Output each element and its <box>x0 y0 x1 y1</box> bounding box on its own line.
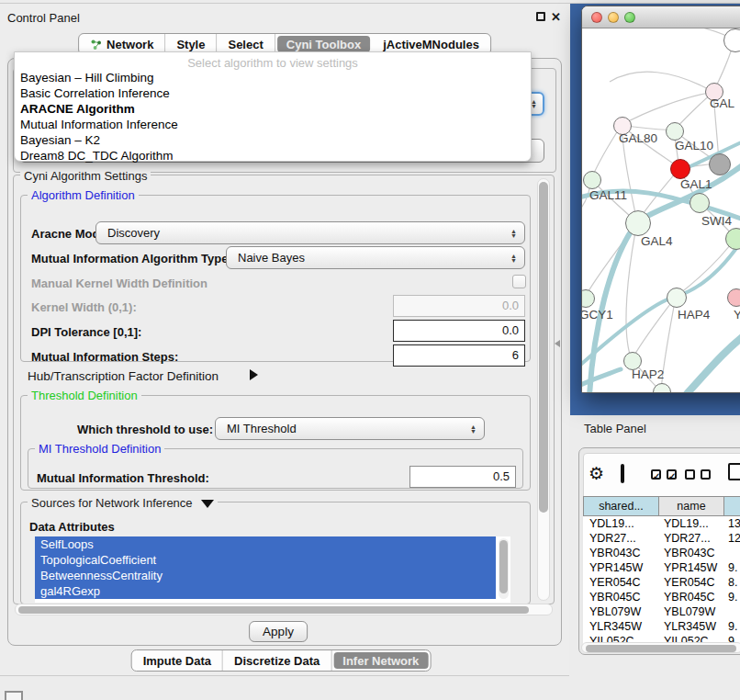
node-gal4[interactable] <box>625 210 651 236</box>
splitter-arrow-icon[interactable] <box>555 340 560 347</box>
table-hscroll-thumb[interactable] <box>586 645 736 652</box>
columns-icon[interactable] <box>621 464 624 483</box>
table-row[interactable]: YBR043C YBR043C <box>583 546 740 560</box>
popup-item-aracne[interactable]: ARACNE Algorithm <box>15 101 531 117</box>
popup-item-dream8[interactable]: Dream8 DC_TDC Algorithm <box>15 148 531 164</box>
tab-impute-data[interactable]: Impute Data <box>132 650 223 671</box>
mi-steps-field[interactable]: 6 <box>393 344 525 367</box>
document-icon[interactable] <box>728 463 740 480</box>
popup-item-basic-correlation[interactable]: Basic Correlation Inference <box>15 85 531 101</box>
mi-algorithm-type-combo[interactable]: Naive Bayes ▲▼ <box>226 246 525 269</box>
network-window-titlebar[interactable] <box>582 6 740 28</box>
settings-vertical-scrollbar[interactable] <box>537 178 550 601</box>
node-swi4[interactable] <box>690 193 710 213</box>
network-canvas[interactable]: GAL GAL80 GAL10 GAL1 GAL11 SWI4 GAL4 GCY… <box>582 28 740 392</box>
node-label: GCY1 <box>582 308 613 322</box>
settings-vscroll-thumb[interactable] <box>539 182 548 513</box>
column-header-shared-name[interactable]: shared... <box>584 496 659 516</box>
manual-kernel-checkbox[interactable] <box>512 275 526 288</box>
data-attributes-label: Data Attributes <box>29 520 115 534</box>
tab-cyni-toolbox[interactable]: Cyni Toolbox <box>277 36 370 52</box>
table-body: YDL19... YDL19... 13 YDR27... YDR27... 1… <box>583 516 740 649</box>
table-row[interactable]: YLR345W YLR345W 9. <box>583 619 740 634</box>
node-label: GAL1 <box>680 177 712 191</box>
settings-hscroll-thumb[interactable] <box>18 606 529 614</box>
node-label: GAL11 <box>589 188 627 202</box>
hub-section-label[interactable]: Hub/Transcription Factor Definition <box>28 369 219 383</box>
application-root: Control Panel ✕ Network Style Select Cyn… <box>0 0 740 700</box>
table-row[interactable]: YBR045C YBR045C 9. <box>583 590 740 604</box>
network-icon <box>90 39 102 51</box>
mi-threshold-group-title: MI Threshold Definition <box>35 442 164 456</box>
tab-discretize-data[interactable]: Discretize Data <box>223 650 331 671</box>
node-hap4[interactable] <box>667 288 687 308</box>
apply-button[interactable]: Apply <box>249 621 308 642</box>
list-item-gal4rgexp[interactable]: gal4RGexp <box>35 583 496 599</box>
chevron-right-icon[interactable] <box>250 369 258 380</box>
control-panel-bottom-divider <box>0 675 569 676</box>
popup-item-bayesian-k2[interactable]: Bayesian – K2 <box>15 132 531 148</box>
dpi-tolerance-field[interactable]: 0.0 <box>393 320 525 342</box>
checkbox-unchecked-icon[interactable] <box>701 469 711 480</box>
node-label: GAL <box>710 96 734 110</box>
popup-item-bayesian-hill-climbing[interactable]: Bayesian – Hill Climbing <box>15 70 531 85</box>
node-gray[interactable] <box>709 153 731 175</box>
sources-group-title[interactable]: Sources for Network Inference <box>28 496 218 510</box>
settings-horizontal-scrollbar[interactable] <box>15 604 553 615</box>
settings-group-title: Cyni Algorithm Settings <box>20 169 151 183</box>
which-threshold-combo[interactable]: MI Threshold ▲▼ <box>215 417 485 440</box>
node-salmon-right[interactable] <box>727 288 740 307</box>
aracne-mode-combo[interactable]: Discovery ▲▼ <box>95 221 525 244</box>
popup-prompt: Select algorithm to view settings <box>15 52 531 70</box>
combo-arrows-icon: ▲▼ <box>531 99 537 108</box>
tab-infer-network[interactable]: Infer Network <box>333 652 428 669</box>
node-label: GAL80 <box>619 131 657 145</box>
control-panel: Control Panel ✕ Network Style Select Cyn… <box>0 4 569 675</box>
list-item-betweennesscentrality[interactable]: BetweennessCentrality <box>35 568 496 583</box>
combo-arrows-icon: ▲▼ <box>470 424 477 434</box>
float-window-icon[interactable] <box>536 12 545 21</box>
table-row[interactable]: YDL19... YDL19... 13 <box>583 516 740 531</box>
mi-algorithm-type-label: Mutual Information Algorithm Type: <box>31 252 232 265</box>
cyni-bottom-tabbar: Impute Data Discretize Data Infer Networ… <box>131 649 432 672</box>
node-label: HAP4 <box>678 308 710 322</box>
close-icon[interactable]: ✕ <box>551 11 561 23</box>
table-row[interactable]: YER054C YER054C 8. <box>583 575 740 590</box>
checkbox-checked-icon[interactable]: ✓ <box>667 469 677 480</box>
threshold-definition-title: Threshold Definition <box>28 389 141 402</box>
panel-title: Control Panel <box>7 11 80 25</box>
node-gal10[interactable] <box>666 122 684 141</box>
algorithm-popup: Select algorithm to view settings Bayesi… <box>14 51 532 162</box>
minimize-traffic-light-icon[interactable] <box>608 12 619 23</box>
column-header-cut[interactable] <box>724 496 740 516</box>
checkbox-checked-icon[interactable]: ✓ <box>651 469 661 480</box>
node-gal1-red[interactable] <box>670 159 690 179</box>
table-horizontal-scrollbar[interactable] <box>581 642 740 653</box>
list-scroll-thumb[interactable] <box>499 540 508 593</box>
kernel-width-field[interactable]: 0.0 <box>393 295 525 317</box>
dpi-tolerance-label: DPI Tolerance [0,1]: <box>31 325 141 339</box>
mi-threshold-field[interactable]: 0.5 <box>409 466 516 488</box>
node-gal11[interactable] <box>583 171 601 189</box>
table-row[interactable]: YPR145W YPR145W 9. <box>583 560 740 575</box>
combo-arrows-icon: ▲▼ <box>510 229 517 238</box>
list-scrollbar[interactable] <box>499 538 509 599</box>
zoom-traffic-light-icon[interactable] <box>624 12 635 23</box>
popup-item-mutual-information[interactable]: Mutual Information Inference <box>15 117 531 132</box>
docked-panel-icon[interactable] <box>5 691 23 700</box>
gear-icon[interactable]: ⚙ <box>589 465 604 482</box>
table-row[interactable]: YBL079W YBL079W <box>583 604 740 619</box>
node-label: SWI4 <box>701 214 732 228</box>
list-item-selfloops[interactable]: SelfLoops <box>35 536 496 552</box>
table-header: shared... name <box>583 496 740 516</box>
manual-kernel-width-label: Manual Kernel Width Definition <box>31 277 207 290</box>
column-header-name[interactable]: name <box>659 496 724 516</box>
combo-arrows-icon: ▲▼ <box>510 254 517 263</box>
chevron-down-icon <box>201 500 214 508</box>
list-item-topologicalcoefficient[interactable]: TopologicalCoefficient <box>35 552 496 568</box>
table-row[interactable]: YDR27... YDR27... 12 <box>583 531 740 546</box>
close-traffic-light-icon[interactable] <box>591 12 602 23</box>
node-label: Y <box>734 308 740 322</box>
checkbox-unchecked-icon[interactable] <box>685 469 695 480</box>
mi-steps-label: Mutual Information Steps: <box>31 350 178 364</box>
